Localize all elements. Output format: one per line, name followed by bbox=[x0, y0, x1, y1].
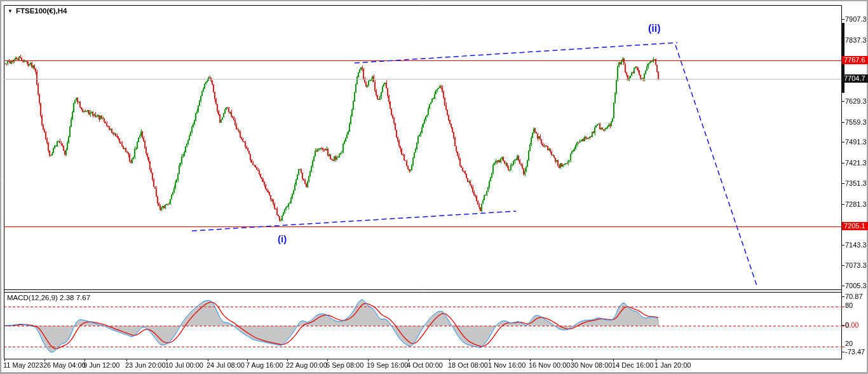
macd-axis-label: 0 bbox=[845, 321, 849, 329]
symbol-label: FTSE100(€),H4 bbox=[16, 7, 67, 15]
symbol-dropdown-icon[interactable]: ▼ bbox=[8, 8, 13, 14]
price-badge-7205.1: 7205.1 bbox=[842, 222, 868, 230]
price-badge-7767.6: 7767.6 bbox=[842, 56, 868, 64]
time-axis-label: 5 Sep 08:00 bbox=[326, 361, 363, 369]
wave-ii-label[interactable]: (ii) bbox=[648, 23, 661, 34]
macd-indicator-label: MACD(12,26,9) 2.38 7.67 bbox=[7, 294, 90, 301]
price-tick-label: 7559.3 bbox=[845, 118, 867, 126]
price-tick-label: 7351.3 bbox=[845, 179, 867, 187]
price-tick-label: 7907.3 bbox=[845, 15, 867, 23]
time-axis-label: 26 May 04:00 bbox=[43, 361, 86, 369]
price-tick-label: 7629.3 bbox=[845, 97, 867, 105]
price-tick-label: 7421.3 bbox=[845, 159, 867, 167]
price-tick-label: 7837.3 bbox=[845, 36, 867, 44]
time-axis-label: 19 Sep 16:00 bbox=[367, 361, 408, 369]
pane-splitter[interactable] bbox=[4, 289, 841, 293]
price-tick-label: 7073.3 bbox=[845, 261, 867, 269]
time-axis-label: 4 Oct 00:00 bbox=[407, 361, 443, 369]
time-axis-label: 23 Jun 20:00 bbox=[125, 361, 166, 369]
window-border-top bbox=[0, 0, 868, 1]
price-tick-label: 7005.3 bbox=[845, 282, 867, 289]
time-axis-label: 16 Nov 00:00 bbox=[529, 361, 570, 369]
time-axis-label: 1 Nov 16:00 bbox=[488, 361, 526, 369]
time-axis-label: 9 Jun 12:00 bbox=[83, 361, 120, 369]
macd-axis-label: 80 bbox=[845, 301, 853, 309]
macd-axis-label: 70.87 bbox=[845, 293, 863, 300]
time-axis-label: 1 Jan 20:00 bbox=[654, 361, 691, 369]
price-badge-7704.7: 7704.7 bbox=[842, 74, 868, 83]
window-border-left bbox=[0, 0, 1, 374]
price-tick-label: 7143.3 bbox=[845, 241, 867, 249]
time-axis-label: 11 May 2023 bbox=[3, 361, 43, 369]
time-axis-label: 18 Oct 08:00 bbox=[448, 361, 488, 369]
wave-i-label[interactable]: (i) bbox=[278, 233, 287, 244]
time-axis-label: 7 Aug 16:00 bbox=[246, 361, 283, 369]
macd-axis-label: 20 bbox=[845, 340, 853, 347]
main-chart-pane[interactable] bbox=[5, 5, 841, 289]
price-tick-label: 7491.3 bbox=[845, 138, 867, 146]
time-axis-label: 10 Jul 00:00 bbox=[165, 361, 203, 369]
price-tick-label: 7281.3 bbox=[845, 200, 867, 208]
chart-window: ▼ FTSE100(€),H4 MACD(12,26,9) 2.38 7.67 … bbox=[0, 0, 868, 374]
time-axis-label: 14 Dec 16:00 bbox=[612, 361, 653, 369]
macd-axis-label: -73.47 bbox=[845, 348, 865, 356]
macd-pane[interactable] bbox=[5, 292, 841, 359]
symbol-header: ▼ FTSE100(€),H4 bbox=[8, 7, 67, 15]
time-axis-label: 22 Aug 00:00 bbox=[286, 361, 327, 369]
time-axis-label: 24 Jul 08:00 bbox=[207, 361, 245, 369]
time-axis-label: 30 Nov 08:00 bbox=[571, 361, 612, 369]
